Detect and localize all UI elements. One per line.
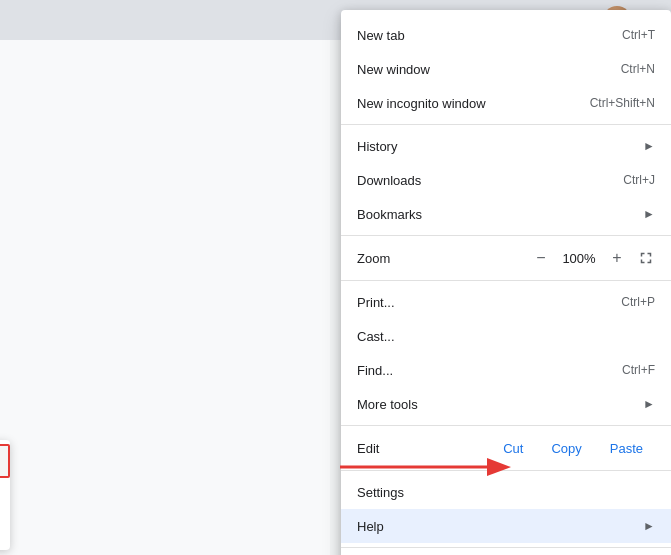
menu-item-history[interactable]: History ► (341, 129, 671, 163)
menu-item-bookmarks[interactable]: Bookmarks ► (341, 197, 671, 231)
zoom-row: Zoom − 100% + (341, 240, 671, 276)
menu-item-new-window[interactable]: New window Ctrl+N (341, 52, 671, 86)
help-submenu: About Google Chrome Help center Report a… (0, 440, 10, 550)
edit-actions: Cut Copy Paste (491, 437, 655, 460)
fullscreen-button[interactable] (637, 249, 655, 267)
menu-section-zoom: Zoom − 100% + (341, 236, 671, 281)
cut-button[interactable]: Cut (491, 437, 535, 460)
menu-item-downloads[interactable]: Downloads Ctrl+J (341, 163, 671, 197)
submenu-item-help-center[interactable]: Help center (0, 478, 10, 512)
menu-item-help[interactable]: Help ► (341, 509, 671, 543)
menu-item-settings[interactable]: Settings (341, 475, 671, 509)
menu-item-new-tab[interactable]: New tab Ctrl+T (341, 18, 671, 52)
menu-item-incognito[interactable]: New incognito window Ctrl+Shift+N (341, 86, 671, 120)
edit-row: Edit Cut Copy Paste (341, 430, 671, 466)
zoom-value: 100% (561, 251, 597, 266)
chrome-menu-dropdown: New tab Ctrl+T New window Ctrl+N New inc… (341, 10, 671, 555)
menu-section-exit: Exit (341, 548, 671, 555)
menu-item-find[interactable]: Find... Ctrl+F (341, 353, 671, 387)
page-content (0, 40, 330, 555)
paste-button[interactable]: Paste (598, 437, 655, 460)
menu-section-history: History ► Downloads Ctrl+J Bookmarks ► (341, 125, 671, 236)
copy-button[interactable]: Copy (539, 437, 593, 460)
zoom-controls: − 100% + (529, 246, 629, 270)
menu-section-edit: Edit Cut Copy Paste (341, 426, 671, 471)
menu-item-cast[interactable]: Cast... (341, 319, 671, 353)
menu-section-settings: Settings Help ► (341, 471, 671, 548)
menu-item-more-tools[interactable]: More tools ► (341, 387, 671, 421)
menu-section-tools: Print... Ctrl+P Cast... Find... Ctrl+F M… (341, 281, 671, 426)
menu-section-new: New tab Ctrl+T New window Ctrl+N New inc… (341, 14, 671, 125)
submenu-item-report-issue[interactable]: Report an issue... Alt+Shift+I (0, 512, 10, 546)
menu-item-print[interactable]: Print... Ctrl+P (341, 285, 671, 319)
zoom-plus-button[interactable]: + (605, 246, 629, 270)
submenu-item-about[interactable]: About Google Chrome (0, 444, 10, 478)
zoom-minus-button[interactable]: − (529, 246, 553, 270)
